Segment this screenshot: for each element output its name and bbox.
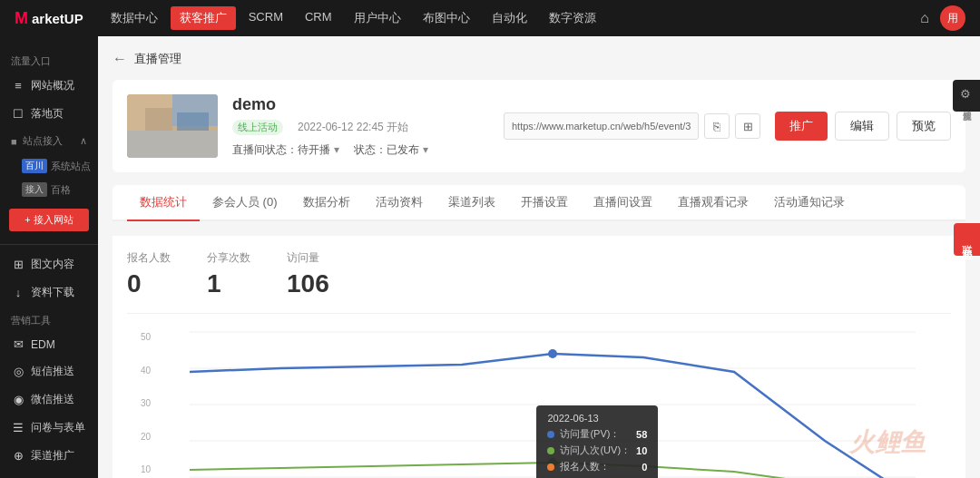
sidebar-section-site: ■站点接入 ∧ — [0, 128, 98, 154]
tab-渠道列表[interactable]: 渠道列表 — [436, 185, 508, 221]
stat-报名人数: 报名人数 0 — [127, 250, 171, 298]
edm-icon: ✉ — [11, 337, 25, 351]
wechat-icon: ◉ — [11, 393, 25, 406]
tab-数据分析[interactable]: 数据分析 — [290, 185, 363, 221]
tab-活动资料[interactable]: 活动资料 — [363, 185, 436, 221]
nav-items: 数据中心获客推广SCRMCRM用户中心布图中心自动化数字资源 — [102, 6, 903, 30]
tooltip-val-uv: 10 — [636, 445, 647, 456]
preview-button[interactable]: 预览 — [897, 112, 951, 141]
event-meta: 线上活动 2022-06-12 22:45 开始 — [232, 120, 489, 135]
event-name: demo — [232, 95, 489, 114]
website-icon: ≡ — [11, 79, 25, 93]
feedback-button[interactable]: ⚙ 客服反馈 — [953, 80, 980, 112]
publish-status[interactable]: 状态：已发布 ▾ — [354, 142, 428, 158]
edit-button[interactable]: 编辑 — [835, 112, 889, 141]
sidebar-label: 网站概况 — [31, 78, 74, 93]
top-nav: M arketUP 数据中心获客推广SCRMCRM用户中心布图中心自动化数字资源… — [0, 0, 980, 36]
tooltip-date: 2022-06-13 — [547, 413, 647, 424]
tooltip-val-reg: 0 — [642, 462, 647, 473]
nav-item-获客推广[interactable]: 获客推广 — [171, 6, 236, 30]
landing-icon: ☐ — [11, 107, 25, 121]
qrcode-button[interactable]: ⊞ — [735, 113, 760, 139]
avatar[interactable]: 用 — [940, 5, 965, 31]
back-button[interactable]: ← — [113, 51, 127, 67]
sidebar-section-traffic: 流量入口 — [0, 47, 98, 72]
svg-rect-3 — [127, 131, 218, 158]
stat-访问量: 访问量 106 — [287, 250, 329, 298]
add-site-button[interactable]: + 接入网站 — [9, 209, 89, 231]
tooltip-row-reg: 报名人数： 0 — [547, 460, 647, 473]
tab-参会人员 (0)[interactable]: 参会人员 (0) — [200, 185, 290, 221]
event-type-badge: 线上活动 — [232, 120, 283, 135]
tooltip-dot-uv — [547, 447, 554, 454]
tab-活动通知记录[interactable]: 活动通知记录 — [761, 185, 858, 221]
gear-icon: ⚙ — [960, 87, 973, 101]
home-icon[interactable]: ⌂ — [920, 10, 929, 26]
sidebar-item-sms[interactable]: ◎ 短信推送 — [0, 357, 98, 385]
tooltip-val-pv: 58 — [636, 429, 647, 440]
tooltip-label-pv: 访问量(PV)： — [560, 427, 631, 441]
event-date: 2022-06-12 22:45 开始 — [298, 120, 408, 135]
chart-tooltip: 2022-06-13 访问量(PV)： 58 访问人次(UV)： 10 — [536, 405, 658, 478]
event-url-input[interactable] — [504, 112, 699, 140]
tab-直播观看记录[interactable]: 直播观看记录 — [665, 185, 761, 221]
stats-row: 报名人数 0 分享次数 1 访问量 106 — [127, 250, 951, 314]
svg-rect-4 — [145, 108, 172, 131]
survey-icon: ☰ — [11, 421, 25, 434]
content-icon: ⊞ — [11, 258, 25, 271]
tooltip-label-reg: 报名人数： — [560, 460, 636, 473]
sms-icon: ◎ — [11, 365, 25, 378]
event-thumbnail — [127, 94, 218, 158]
sidebar-item-edm[interactable]: ✉ EDM — [0, 331, 98, 357]
tab-直播间设置[interactable]: 直播间设置 — [581, 185, 665, 221]
tab-开播设置[interactable]: 开播设置 — [508, 185, 581, 221]
logo-icon: M — [15, 9, 28, 28]
nav-item-布图中心[interactable]: 布图中心 — [414, 6, 479, 30]
event-status: 直播间状态：待开播 ▾ 状态：已发布 ▾ — [232, 142, 489, 158]
sidebar-item-channel[interactable]: ⊕ 渠道推广 — [0, 442, 98, 470]
nav-item-数字资源[interactable]: 数字资源 — [540, 6, 605, 30]
main-content: ← 直播管理 demo 线上活动 2022-06-12 22:45 开始 — [98, 36, 980, 478]
sidebar-item-wechat[interactable]: ◉ 微信推送 — [0, 385, 98, 414]
tab-数据统计[interactable]: 数据统计 — [127, 185, 200, 221]
live-status[interactable]: 直播间状态：待开播 ▾ — [232, 142, 339, 158]
nav-right: ⌂ 用 — [920, 5, 965, 31]
chart-wrapper: 50 40 30 20 10 — [127, 332, 951, 478]
copy-url-button[interactable]: ⎘ — [704, 113, 730, 139]
nav-item-SCRM[interactable]: SCRM — [240, 6, 292, 30]
nav-item-数据中心[interactable]: 数据中心 — [102, 6, 167, 30]
logo[interactable]: M arketUP — [15, 9, 83, 28]
stat-label: 报名人数 — [127, 250, 171, 266]
breadcrumb: ← 直播管理 — [113, 51, 965, 67]
sidebar-item-baige[interactable]: 接入 百格 — [15, 178, 98, 201]
stat-value: 106 — [287, 269, 329, 298]
nav-item-用户中心[interactable]: 用户中心 — [345, 6, 410, 30]
stat-分享次数: 分享次数 1 — [207, 250, 250, 298]
stat-label: 访问量 — [287, 250, 329, 266]
sidebar-item-system-site[interactable]: 百川 系统站点 — [15, 154, 98, 178]
chart-svg-area: 2022-06-12 2022-06-13 2022-06-13 访问量(PV)… — [154, 332, 951, 478]
sidebar-label: 落地页 — [31, 106, 64, 122]
channel-icon: ⊕ — [11, 449, 25, 463]
svg-point-12 — [548, 349, 557, 358]
svg-rect-5 — [177, 112, 209, 131]
sidebar-item-content[interactable]: ⊞ 图文内容 — [0, 250, 98, 278]
promote-button[interactable]: 推广 — [775, 112, 828, 141]
event-url-area: ⎘ ⊞ — [504, 112, 760, 140]
tooltip-dot-reg — [547, 463, 554, 471]
download-icon: ↓ — [11, 286, 25, 299]
contact-button[interactable]: 联系客服 — [954, 223, 980, 256]
sidebar-sub-sites: 百川 系统站点 接入 百格 — [0, 154, 98, 201]
sidebar-section-marketing: 营销工具 — [0, 307, 98, 331]
sidebar-item-landing[interactable]: ☐ 落地页 — [0, 100, 98, 128]
nav-item-CRM[interactable]: CRM — [296, 6, 341, 30]
sidebar-item-poster[interactable]: ◈ 裂变海报 — [0, 470, 98, 478]
sidebar-item-website[interactable]: ≡ 网站概况 — [0, 72, 98, 100]
event-card: demo 线上活动 2022-06-12 22:45 开始 直播间状态：待开播 … — [113, 80, 965, 172]
tabs: 数据统计参会人员 (0)数据分析活动资料渠道列表开播设置直播间设置直播观看记录活… — [113, 185, 965, 221]
tooltip-dot-pv — [547, 431, 554, 438]
sidebar-item-download[interactable]: ↓ 资料下载 — [0, 278, 98, 307]
tooltip-label-uv: 访问人次(UV)： — [560, 444, 631, 457]
sidebar-item-survey[interactable]: ☰ 问卷与表单 — [0, 414, 98, 442]
nav-item-自动化[interactable]: 自动化 — [483, 6, 536, 30]
